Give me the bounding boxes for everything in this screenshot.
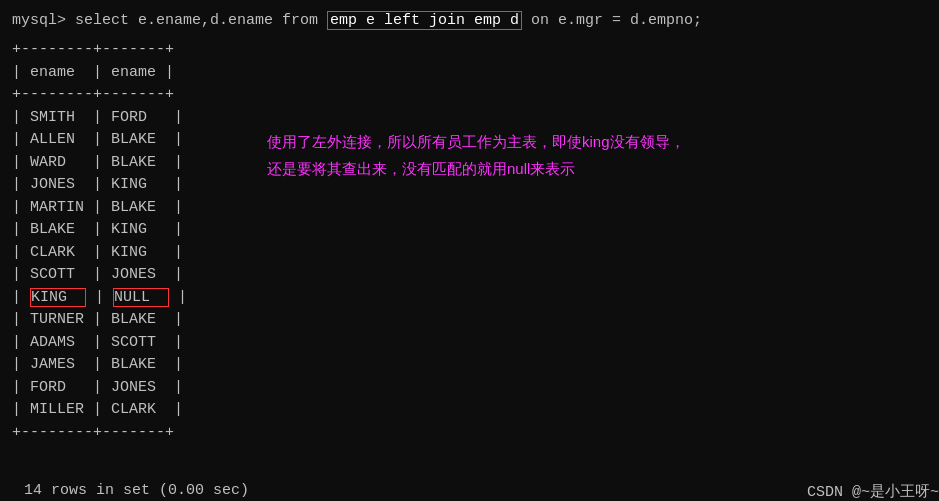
row-smith-2: FORD	[111, 109, 165, 126]
query-highlighted: emp e left join emp d	[327, 11, 522, 30]
row-james-1: JAMES	[30, 356, 84, 373]
row-scott-2: JONES	[111, 266, 165, 283]
row-turner-2: BLAKE	[111, 311, 165, 328]
row-martin-2: BLAKE	[111, 199, 165, 216]
row-clark-2: KING	[111, 244, 165, 261]
comment-line-1: 使用了左外连接，所以所有员工作为主表，即使king没有领导，	[267, 128, 685, 155]
row-king-highlighted: KING	[30, 288, 86, 307]
row-jones-1: JONES	[30, 176, 84, 193]
row-allen-2: BLAKE	[111, 131, 165, 148]
row-adams-2: SCOTT	[111, 334, 165, 351]
row-scott-1: SCOTT	[30, 266, 84, 283]
col-header-1: ename	[30, 62, 84, 85]
row-clark-1: CLARK	[30, 244, 84, 261]
row-ford-1: FORD	[30, 379, 84, 396]
row-ford-2: JONES	[111, 379, 165, 396]
row-smith-1: SMITH	[30, 109, 84, 126]
row-ward-1: WARD	[30, 154, 84, 171]
row-turner-1: TURNER	[30, 311, 84, 328]
query-line: mysql> select e.ename,d.ename from emp e…	[12, 10, 939, 31]
row-martin-1: MARTIN	[30, 199, 84, 216]
query-normal-2: on e.mgr = d.empno;	[522, 12, 702, 29]
row-adams-1: ADAMS	[30, 334, 84, 351]
comment-line-2: 还是要将其查出来，没有匹配的就用null来表示	[267, 155, 685, 182]
result-table: +--------+-------+ | ename | ename | +--…	[12, 39, 939, 444]
footer-bar: 14 rows in set (0.00 sec) CSDN @~是小王呀~	[24, 482, 939, 501]
explanation-comment: 使用了左外连接，所以所有员工作为主表，即使king没有领导， 还是要将其查出来，…	[267, 128, 685, 182]
watermark-text: CSDN @~是小王呀~	[807, 482, 939, 501]
row-miller-1: MILLER	[30, 401, 84, 418]
row-james-2: BLAKE	[111, 356, 165, 373]
mysql-prompt: mysql>	[12, 12, 75, 29]
row-count-text: 14 rows in set (0.00 sec)	[24, 482, 249, 501]
row-miller-2: CLARK	[111, 401, 165, 418]
row-king-null: NULL	[113, 288, 169, 307]
table-pre: +--------+-------+ | ename | ename | +--…	[12, 39, 939, 444]
row-blake-1: BLAKE	[30, 221, 84, 238]
row-allen-1: ALLEN	[30, 131, 84, 148]
query-normal-1: select e.ename,d.ename from	[75, 12, 327, 29]
col-header-2: ename	[111, 62, 156, 85]
row-jones-2: KING	[111, 176, 165, 193]
row-ward-2: BLAKE	[111, 154, 165, 171]
row-blake-2: KING	[111, 221, 165, 238]
terminal-window: mysql> select e.ename,d.ename from emp e…	[12, 10, 939, 501]
